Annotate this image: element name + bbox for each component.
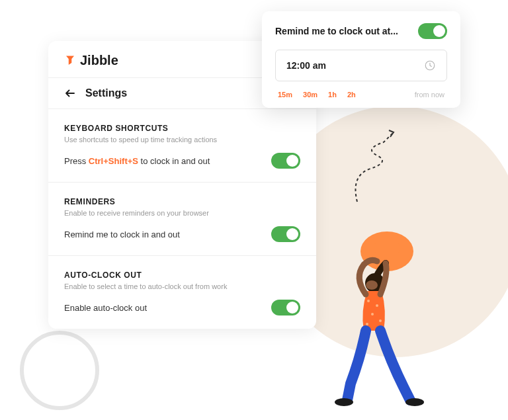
label-prefix: Press bbox=[64, 156, 89, 166]
clockout-popup: Remind me to clock out at... 12:00 am 15… bbox=[262, 11, 460, 108]
popup-header: Remind me to clock out at... bbox=[275, 23, 447, 39]
label-suffix: to clock in and out bbox=[138, 156, 210, 166]
setting-label: Enable auto-clock out bbox=[64, 303, 147, 313]
brand-name: Jibble bbox=[80, 53, 118, 68]
svg-point-6 bbox=[376, 304, 378, 307]
quick-times: 15m 30m 1h 2h from now bbox=[275, 91, 447, 99]
svg-point-4 bbox=[366, 280, 378, 290]
section-title: AUTO-CLOCK OUT bbox=[64, 271, 300, 280]
svg-point-8 bbox=[379, 319, 382, 322]
reminders-toggle[interactable] bbox=[271, 226, 300, 242]
svg-rect-2 bbox=[374, 243, 400, 253]
section-desc: Use shortcuts to speed up time tracking … bbox=[64, 136, 300, 144]
setting-label: Remind me to clock in and out bbox=[64, 230, 180, 239]
popup-title: Remind me to clock out at... bbox=[275, 26, 398, 36]
quick-30m[interactable]: 30m bbox=[303, 91, 318, 99]
dashed-arrow-icon bbox=[344, 129, 410, 208]
quick-1h[interactable]: 1h bbox=[328, 91, 337, 99]
person-illustration bbox=[314, 231, 446, 410]
quick-label: from now bbox=[415, 91, 444, 99]
quick-15m[interactable]: 15m bbox=[278, 91, 292, 99]
svg-point-10 bbox=[335, 398, 353, 406]
autoclock-toggle[interactable] bbox=[271, 300, 300, 315]
setting-label: Press Ctrl+Shift+S to clock in and out bbox=[64, 156, 210, 166]
setting-row: Remind me to clock in and out bbox=[64, 226, 300, 242]
bg-circle-ring bbox=[20, 331, 99, 410]
shortcuts-toggle[interactable] bbox=[271, 153, 300, 169]
jibble-logo-icon bbox=[64, 55, 76, 67]
section-desc: Enable to select a time to auto-clock ou… bbox=[64, 282, 300, 290]
section-shortcuts: KEYBOARD SHORTCUTS Use shortcuts to spee… bbox=[48, 109, 316, 183]
setting-row: Press Ctrl+Shift+S to clock in and out bbox=[64, 153, 300, 169]
section-desc: Enable to receive reminders on your brow… bbox=[64, 209, 300, 217]
popup-toggle[interactable] bbox=[418, 23, 447, 39]
back-arrow-icon[interactable] bbox=[64, 87, 76, 99]
svg-point-5 bbox=[367, 300, 370, 302]
svg-point-7 bbox=[371, 313, 374, 315]
svg-point-9 bbox=[366, 323, 368, 325]
section-autoclock: AUTO-CLOCK OUT Enable to select a time t… bbox=[48, 256, 316, 329]
clock-icon bbox=[424, 60, 436, 71]
time-value: 12:00 am bbox=[286, 60, 326, 71]
quick-2h[interactable]: 2h bbox=[347, 91, 356, 99]
svg-point-11 bbox=[405, 398, 424, 406]
setting-row: Enable auto-clock out bbox=[64, 300, 300, 315]
section-title: KEYBOARD SHORTCUTS bbox=[64, 124, 300, 133]
page-title: Settings bbox=[85, 87, 127, 99]
section-title: REMINDERS bbox=[64, 197, 300, 206]
time-input[interactable]: 12:00 am bbox=[275, 50, 447, 81]
section-reminders: REMINDERS Enable to receive reminders on… bbox=[48, 183, 316, 256]
keycombo: Ctrl+Shift+S bbox=[89, 156, 138, 166]
